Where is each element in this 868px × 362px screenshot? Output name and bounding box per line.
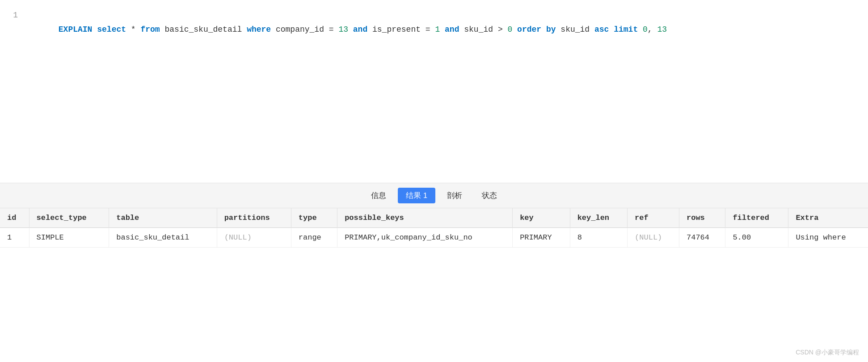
- cell-partitions: (NULL): [217, 228, 291, 248]
- cell-id: 1: [0, 228, 29, 248]
- sql-line-1: EXPLAIN select * from basic_sku_detail w…: [29, 8, 861, 51]
- cond3-field: sku_id >: [464, 25, 507, 34]
- tab-result1[interactable]: 结果 1: [398, 188, 435, 203]
- keyword-asc: asc: [594, 25, 614, 34]
- table-name: basic_sku_detail: [160, 25, 247, 34]
- cond2-val: 1: [435, 25, 440, 34]
- cond1-val: 13: [338, 25, 348, 34]
- footer-watermark: CSDN @小豪哥学编程: [796, 349, 859, 357]
- col-header-rows: rows: [679, 208, 725, 228]
- keyword-limit: limit: [614, 25, 643, 34]
- cell-extra: Using where: [788, 228, 868, 248]
- col-header-partitions: partitions: [217, 208, 291, 228]
- col-header-type: type: [291, 208, 337, 228]
- tab-status[interactable]: 状态: [474, 188, 505, 203]
- tab-profile[interactable]: 剖析: [439, 188, 470, 203]
- limit-count: 13: [657, 25, 667, 34]
- keyword-from: from: [140, 25, 160, 34]
- code-editor[interactable]: EXPLAIN select * from basic_sku_detail w…: [22, 4, 868, 178]
- cond1-field: company_id =: [271, 25, 338, 34]
- keyword-where: where: [247, 25, 271, 34]
- col-header-table: table: [109, 208, 217, 228]
- col-header-id: id: [0, 208, 29, 228]
- tabs-bar: 信息 结果 1 剖析 状态: [0, 183, 868, 208]
- cell-type: range: [291, 228, 337, 248]
- limit-start: 0: [643, 25, 648, 34]
- cell-select-type: SIMPLE: [29, 228, 109, 248]
- footer-text: CSDN @小豪哥学编程: [796, 349, 859, 356]
- cond2-field: is_present =: [372, 25, 435, 34]
- result-table-container: id select_type table partitions type pos…: [0, 208, 868, 248]
- keyword-explain: EXPLAIN: [59, 25, 93, 34]
- table-header-row: id select_type table partitions type pos…: [0, 208, 868, 228]
- result-table: id select_type table partitions type pos…: [0, 208, 868, 248]
- col-header-filtered: filtered: [725, 208, 788, 228]
- keyword-and2: and: [440, 25, 464, 34]
- cell-key: PRIMARY: [513, 228, 570, 248]
- space: [92, 25, 97, 34]
- col-header-possible-keys: possible_keys: [337, 208, 513, 228]
- cell-table: basic_sku_detail: [109, 228, 217, 248]
- keyword-order: order by: [512, 25, 560, 34]
- col-header-select-type: select_type: [29, 208, 109, 228]
- col-header-key: key: [513, 208, 570, 228]
- cell-rows: 74764: [679, 228, 725, 248]
- cell-possible-keys: PRIMARY,uk_company_id_sku_no: [337, 228, 513, 248]
- order-field: sku_id: [560, 25, 594, 34]
- table-row: 1 SIMPLE basic_sku_detail (NULL) range P…: [0, 228, 868, 248]
- limit-comma: ,: [648, 25, 657, 34]
- keyword-and1: and: [348, 25, 372, 34]
- line-number-gutter: 1: [0, 4, 22, 178]
- col-header-extra: Extra: [788, 208, 868, 228]
- line-number-1: 1: [13, 11, 18, 20]
- star: *: [126, 25, 140, 34]
- cell-ref: (NULL): [628, 228, 679, 248]
- tab-info[interactable]: 信息: [363, 188, 394, 203]
- col-header-ref: ref: [628, 208, 679, 228]
- cond3-val: 0: [507, 25, 512, 34]
- cell-key-len: 8: [570, 228, 627, 248]
- keyword-select: select: [97, 25, 126, 34]
- col-header-key-len: key_len: [570, 208, 627, 228]
- editor-panel: 1 EXPLAIN select * from basic_sku_detail…: [0, 0, 868, 183]
- cell-filtered: 5.00: [725, 228, 788, 248]
